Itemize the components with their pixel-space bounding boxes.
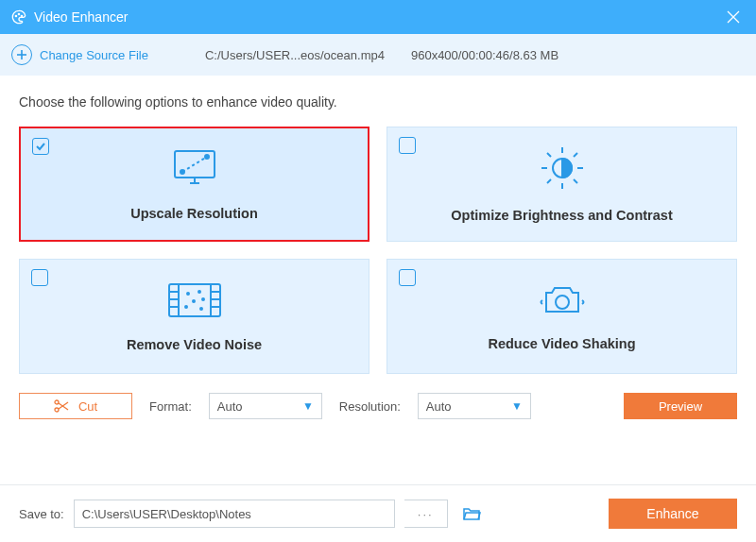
ellipsis-icon: ··· [418,507,434,521]
save-to-label: Save to: [19,507,64,521]
close-icon [727,10,740,24]
svg-line-40 [59,403,68,410]
scissors-icon [54,399,69,413]
svg-line-19 [574,179,577,183]
checkbox[interactable] [31,269,48,286]
controls-row: Cut Format: Auto ▼ Resolution: Auto ▼ Pr… [0,374,756,419]
svg-point-9 [180,170,184,174]
source-file-bar: Change Source File C:/Users/USER...eos/o… [0,34,756,76]
checkbox[interactable] [32,138,49,155]
format-label: Format: [149,399,192,414]
option-label: Reduce Video Shaking [488,336,635,351]
option-label: Optimize Brightness and Contrast [451,208,672,223]
preview-button[interactable]: Preview [624,393,737,419]
svg-point-38 [55,400,59,404]
svg-point-32 [198,291,200,293]
change-source-label: Change Source File [40,48,148,62]
svg-line-8 [182,157,207,172]
checkbox[interactable] [399,269,416,286]
svg-point-39 [55,408,59,412]
preview-label: Preview [659,399,702,414]
option-label: Remove Video Noise [127,337,262,352]
resolution-dropdown[interactable]: Auto ▼ [418,393,531,419]
svg-point-33 [193,300,195,302]
film-noise-icon [165,280,224,324]
title-bar: Video Enhancer [0,0,756,34]
resolution-value: Auto [426,399,452,414]
svg-line-18 [547,153,551,157]
enhance-label: Enhance [646,506,698,521]
enhance-button[interactable]: Enhance [609,499,737,529]
svg-point-36 [200,308,202,310]
svg-point-0 [15,15,16,16]
enhance-options-grid: Upscale Resolution Optimize Brightness a… [0,127,756,374]
svg-line-21 [547,179,551,183]
change-source-button[interactable]: Change Source File [11,44,148,65]
footer-bar: Save to: ··· Enhance [0,485,756,542]
svg-point-31 [187,293,189,295]
chevron-down-icon: ▼ [511,399,523,413]
svg-line-41 [59,402,68,409]
svg-line-20 [574,153,577,157]
plus-circle-icon [11,44,32,65]
palette-icon [11,9,26,25]
browse-more-button[interactable]: ··· [404,500,448,528]
cut-button[interactable]: Cut [19,393,132,419]
svg-point-1 [18,13,19,14]
instruction-text: Choose the following options to enhance … [0,76,756,127]
app-title: Video Enhancer [34,9,128,25]
resolution-label: Resolution: [339,399,401,414]
option-label: Upscale Resolution [130,206,258,221]
folder-open-icon [462,506,481,521]
format-value: Auto [217,399,243,414]
monitor-upscale-icon [169,147,220,193]
checkmark-icon [35,141,46,152]
close-button[interactable] [722,6,745,28]
option-brightness-contrast[interactable]: Optimize Brightness and Contrast [387,127,737,242]
save-path-input[interactable] [74,500,395,528]
format-dropdown[interactable]: Auto ▼ [209,393,322,419]
source-file-info: 960x400/00:00:46/8.63 MB [411,48,558,62]
svg-point-34 [202,298,204,300]
svg-point-10 [205,155,209,159]
svg-point-35 [185,306,187,308]
option-remove-noise[interactable]: Remove Video Noise [19,259,369,374]
checkbox[interactable] [399,137,416,154]
option-reduce-shaking[interactable]: Reduce Video Shaking [387,259,737,374]
brightness-sun-icon [539,145,586,195]
camera-shake-icon [539,281,586,323]
option-upscale-resolution[interactable]: Upscale Resolution [19,127,369,242]
cut-label: Cut [78,399,97,414]
source-file-path: C:/Users/USER...eos/ocean.mp4 [205,48,385,62]
svg-point-2 [21,15,22,16]
chevron-down-icon: ▼ [302,399,314,413]
svg-point-37 [556,296,569,309]
open-folder-button[interactable] [457,500,486,528]
